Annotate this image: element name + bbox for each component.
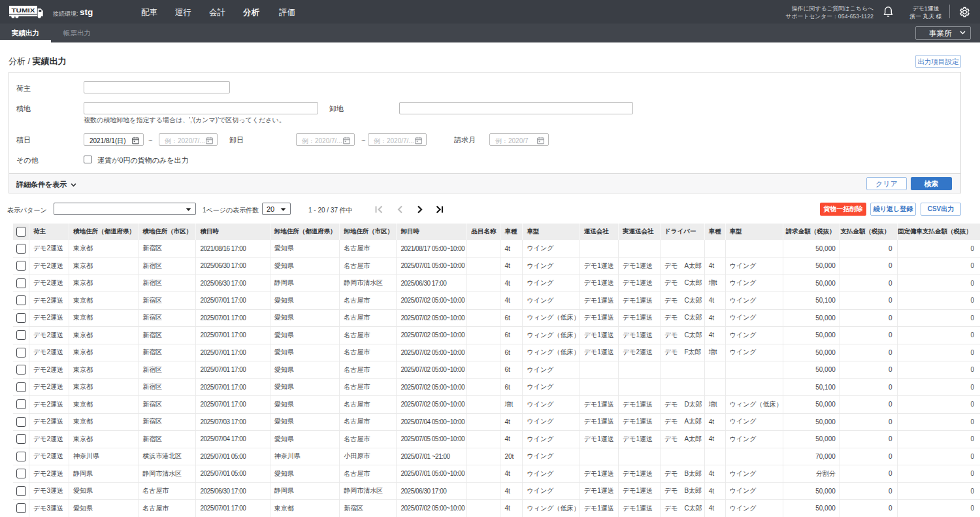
svg-text:TUMIX: TUMIX bbox=[12, 7, 36, 14]
